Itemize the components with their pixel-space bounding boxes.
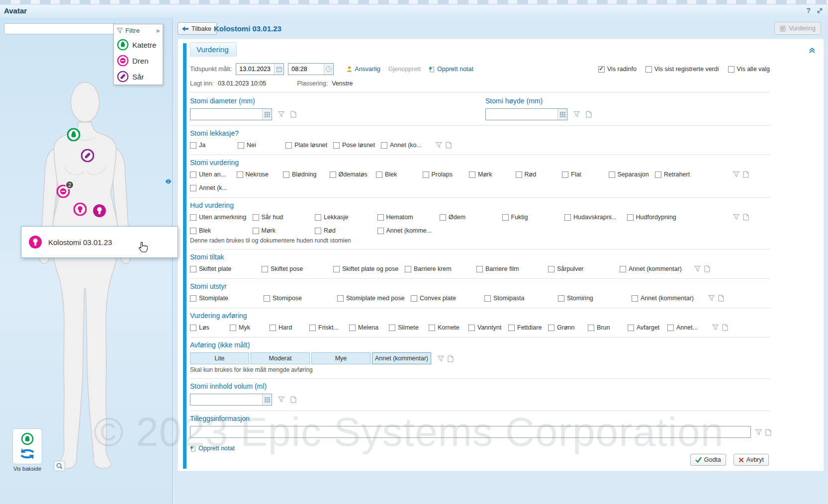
checkbox-option[interactable]: Uten anmerkning [190,214,253,221]
checkbox[interactable] [264,295,270,302]
checkbox[interactable] [564,214,571,221]
create-note-link[interactable]: Opprett notat [429,66,473,73]
checkbox-vis-alle-valg[interactable]: Vis alle valg [728,66,770,73]
comment-icon[interactable] [718,295,724,302]
checkbox[interactable] [558,295,564,302]
checkbox[interactable] [381,142,387,149]
gjenopprett-link-disabled[interactable]: Gjenopprett [388,66,421,73]
checkbox[interactable] [411,295,417,302]
checkbox-option[interactable]: Kornete [429,324,468,331]
checkbox[interactable] [645,66,652,73]
button-annet-kommentar[interactable]: Annet (kommentar) [372,352,431,364]
zoom-button[interactable] [54,461,65,471]
checkbox[interactable] [315,228,321,234]
filter-icon[interactable] [708,295,715,301]
checkbox[interactable] [285,142,292,149]
checkbox[interactable] [627,214,634,221]
comment-icon[interactable] [743,214,749,221]
checkbox-option[interactable]: Slimete [389,324,429,331]
checkbox[interactable] [377,228,384,234]
filter-collapse-icon[interactable]: » [156,27,160,34]
checkbox[interactable] [190,171,196,178]
stomi-diameter-input[interactable] [190,108,272,120]
checkbox[interactable] [516,171,522,178]
filter-icon[interactable] [278,397,284,403]
checkbox-option[interactable]: Mørk [253,227,315,234]
filter-icon[interactable] [438,356,444,362]
stoma-tooltip[interactable]: Kolostomi 03.01.23 [21,226,178,258]
checkbox[interactable] [190,142,196,149]
checkbox-option[interactable]: Annet (kommentar) [620,265,691,272]
checkbox-option[interactable]: Ødematøs [330,171,376,178]
comment-icon[interactable] [448,355,454,362]
checkbox[interactable] [190,325,196,331]
checkbox-option[interactable]: Hematom [377,214,440,221]
help-icon[interactable]: ? [806,6,811,14]
comment-icon[interactable] [765,429,771,436]
comment-icon[interactable] [722,324,728,331]
checkbox-option[interactable]: Sår hud [253,214,315,221]
filter-item-saar[interactable]: Sår [114,69,163,84]
checkbox[interactable] [190,185,196,191]
checkbox[interactable] [237,171,243,178]
checkbox[interactable] [562,171,568,178]
panel-splitter-toggle[interactable] [165,177,172,186]
checkbox[interactable] [253,228,259,234]
stomi-innhold-input[interactable] [190,394,272,406]
filter-icon[interactable] [712,325,719,331]
checkbox-option[interactable]: Friskt... [309,324,349,331]
checkbox[interactable] [548,325,554,331]
filter-item-katetre[interactable]: Katetre [114,37,163,53]
checkbox-option[interactable]: Barriere krem [405,265,476,272]
checkbox[interactable] [330,171,336,178]
checkbox[interactable] [588,325,594,331]
checkbox[interactable] [349,325,356,331]
checkbox-option[interactable]: Convex plate [411,295,484,302]
checkbox[interactable] [548,266,554,272]
keypad-icon[interactable] [262,109,272,120]
wound-marker[interactable] [81,149,94,163]
button-mye[interactable]: Mye [311,352,370,364]
checkbox-option[interactable]: Stomipose [264,295,337,302]
accept-button[interactable]: Godta [690,454,726,466]
checkbox-option[interactable]: Løs [190,324,230,331]
checkbox[interactable] [337,295,344,302]
catheter-marker[interactable] [67,128,81,142]
checkbox[interactable] [440,214,446,221]
checkbox[interactable] [270,325,276,331]
checkbox[interactable] [315,214,321,221]
filter-icon[interactable] [436,142,442,148]
checkbox[interactable] [728,66,735,73]
checkbox[interactable] [333,142,340,149]
checkbox[interactable] [389,325,395,331]
checkbox-option[interactable]: Stomiring [558,295,632,302]
tillegg-input[interactable] [190,426,751,438]
checkbox[interactable] [190,214,196,221]
checkbox-option[interactable]: Annet (komme... [377,227,440,234]
checkbox[interactable] [469,171,475,178]
checkbox-option[interactable]: Myk [230,324,270,331]
checkbox-option[interactable]: Sårpulver [548,265,620,272]
button-moderat[interactable]: Moderat [251,352,310,364]
checkbox[interactable] [620,266,626,272]
checkbox[interactable] [230,325,236,331]
clock-icon[interactable] [324,64,333,75]
checkbox[interactable] [190,228,196,234]
comment-icon[interactable] [586,111,592,118]
cancel-button[interactable]: Avbryt [734,454,769,466]
keypad-icon[interactable] [262,394,272,405]
checkbox-option[interactable]: Plate løsnet [285,142,333,149]
checkbox-option[interactable]: Annet (kommentar) [632,295,705,302]
checkbox-option[interactable]: Blødning [283,171,330,178]
checkbox-option[interactable]: Annet (k... [190,184,237,191]
checkbox[interactable] [190,266,196,272]
filter-icon[interactable] [733,171,739,177]
drain-marker-2[interactable] [74,203,87,216]
filter-icon[interactable] [755,429,762,435]
checkbox-option[interactable]: Fuktig [502,214,565,221]
section-tab-vurdering[interactable]: Vurdering [190,42,237,57]
checkbox-option[interactable]: Lekkasje [315,214,377,221]
search-input[interactable] [4,23,117,34]
checkbox-option[interactable]: Separasjon [609,171,655,178]
checkbox[interactable] [405,266,411,272]
